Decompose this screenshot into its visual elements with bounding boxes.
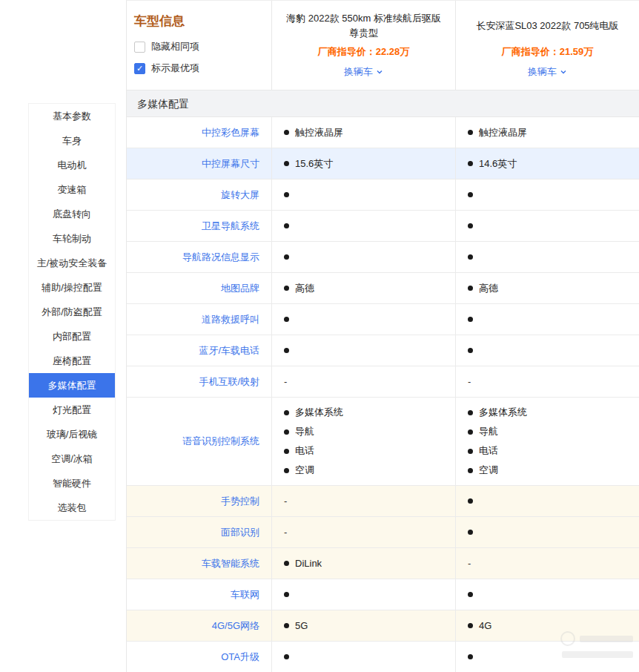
feature-line (284, 217, 451, 236)
spec-value-car1 (271, 642, 455, 672)
spec-value-car2 (455, 304, 639, 335)
spec-row: 车载智能系统DiLink- (127, 548, 639, 579)
car-2-change-label: 换辆车 (528, 65, 557, 79)
spec-label[interactable]: 面部识别 (127, 517, 271, 547)
bullet-dot-icon (468, 317, 473, 322)
spec-value-car1: - (271, 486, 455, 516)
bullet-dot-icon (468, 223, 473, 228)
feature-text: 电话 (479, 444, 498, 458)
spec-value-car2 (455, 242, 639, 272)
feature-line: 触控液晶屏 (468, 123, 635, 142)
bullet-dot-icon (284, 130, 289, 135)
car-2-price: 厂商指导价：21.59万 (502, 45, 594, 59)
sidebar-item-link[interactable]: 变速箱 (29, 177, 115, 202)
spec-value-car1 (271, 211, 455, 241)
bullet-dot-icon (284, 410, 289, 415)
spec-label[interactable]: 4G/5G网络 (127, 610, 271, 641)
spec-label[interactable]: 地图品牌 (127, 273, 271, 303)
feature-line: 5G (284, 616, 451, 636)
feature-line: 14.6英寸 (468, 154, 635, 174)
bullet-dot-icon (284, 654, 289, 659)
sidebar-item-link[interactable]: 智能硬件 (29, 471, 115, 495)
spec-row: 车联网 (127, 579, 639, 610)
sidebar-item-link[interactable]: 空调/冰箱 (29, 447, 115, 471)
feature-line: 触控液晶屏 (284, 123, 451, 142)
spec-value-car1 (271, 335, 455, 366)
spec-label[interactable]: 蓝牙/车载电话 (127, 335, 271, 366)
spec-label[interactable]: 手势控制 (127, 486, 271, 516)
feature-line (468, 217, 635, 236)
sidebar-item-link[interactable]: 外部/防盗配置 (29, 300, 115, 324)
sidebar-item-link[interactable]: 灯光配置 (29, 398, 115, 422)
mark-best-checkbox[interactable]: 标示最优项 (134, 62, 271, 75)
spec-label[interactable]: 车载智能系统 (127, 548, 271, 579)
spec-value-car1: - (271, 366, 455, 397)
sidebar-item-link[interactable]: 底盘转向 (29, 202, 115, 226)
feature-text: 触控液晶屏 (295, 126, 343, 139)
bullet-dot-icon (468, 449, 473, 454)
hide-same-checkbox[interactable]: 隐藏相同项 (134, 40, 271, 53)
watermark-logo-icon (560, 631, 575, 646)
spec-label[interactable]: 语音识别控制系统 (127, 398, 271, 485)
not-available-dash: - (284, 527, 451, 538)
spec-row: 中控彩色屏幕触控液晶屏触控液晶屏 (127, 117, 639, 148)
feature-line: 空调 (468, 461, 635, 480)
sidebar-item-link[interactable]: 车轮制动 (29, 226, 115, 251)
feature-text: DiLink (295, 558, 322, 569)
feature-text: 空调 (295, 464, 314, 477)
sidebar-item-active[interactable]: 多媒体配置 (29, 373, 115, 398)
feature-line (284, 341, 451, 360)
page-title: 车型信息 (134, 13, 271, 30)
feature-line: 多媒体系统 (284, 403, 451, 422)
feature-line: 导航 (468, 422, 635, 441)
car-1-price-label: 厂商指导价： (318, 46, 376, 57)
spec-label[interactable]: 手机互联/映射 (127, 366, 271, 397)
bullet-dot-icon (468, 530, 473, 535)
sidebar: 基本参数车身电动机变速箱底盘转向车轮制动主/被动安全装备辅助/操控配置外部/防盗… (28, 103, 116, 521)
sidebar-item-link[interactable]: 辅助/操控配置 (29, 275, 115, 300)
bullet-dot-icon (284, 561, 289, 566)
table-header: 车型信息 隐藏相同项 标示最优项 海豹 2022款 550km 标准续航后驱版尊… (127, 1, 639, 90)
checkbox-unchecked-icon[interactable] (134, 42, 145, 53)
checkbox-checked-icon[interactable] (134, 63, 145, 74)
sidebar-item-link[interactable]: 电动机 (29, 153, 115, 177)
spec-label[interactable]: 导航路况信息显示 (127, 242, 271, 272)
feature-line: 高德 (468, 279, 635, 298)
not-available-dash: - (468, 558, 635, 569)
car-1-price: 厂商指导价：22.28万 (318, 45, 410, 59)
spec-value-car2 (455, 211, 639, 241)
spec-value-car1: - (271, 517, 455, 547)
spec-row: 旋转大屏 (127, 179, 639, 211)
sidebar-item-link[interactable]: 玻璃/后视镜 (29, 422, 115, 447)
sidebar-item-link[interactable]: 基本参数 (29, 104, 115, 128)
sidebar-item-link[interactable]: 座椅配置 (29, 349, 115, 373)
spec-label[interactable]: 旋转大屏 (127, 179, 271, 210)
spec-label[interactable]: 道路救援呼叫 (127, 304, 271, 335)
spec-label[interactable]: 中控彩色屏幕 (127, 117, 271, 148)
spec-row: 卫星导航系统 (127, 211, 639, 242)
spec-value-car2 (455, 486, 639, 516)
sidebar-item-link[interactable]: 内部配置 (29, 324, 115, 349)
sidebar-item-link[interactable]: 主/被动安全装备 (29, 251, 115, 275)
spec-label[interactable]: 中控屏幕尺寸 (127, 148, 271, 179)
bullet-dot-icon (468, 429, 473, 435)
sidebar-item-link[interactable]: 车身 (29, 128, 115, 153)
car-2-change-button[interactable]: 换辆车 (528, 65, 567, 79)
bullet-dot-icon (284, 449, 289, 454)
feature-text: 多媒体系统 (295, 406, 343, 419)
spec-value-car1: 15.6英寸 (271, 148, 455, 179)
page: 基本参数车身电动机变速箱底盘转向车轮制动主/被动安全装备辅助/操控配置外部/防盗… (0, 0, 639, 672)
spec-label[interactable]: OTA升级 (127, 642, 271, 672)
sidebar-item-link[interactable]: 选装包 (29, 495, 115, 520)
bullet-dot-icon (284, 161, 289, 166)
spec-label[interactable]: 卫星导航系统 (127, 211, 271, 241)
spec-value-car2: 14.6英寸 (455, 148, 639, 179)
feature-text: 14.6英寸 (479, 157, 517, 171)
feature-line: 多媒体系统 (468, 403, 635, 422)
car-1-change-button[interactable]: 换辆车 (344, 65, 383, 79)
feature-line (284, 248, 451, 267)
spec-label[interactable]: 车联网 (127, 579, 271, 610)
spec-row: 面部识别- (127, 517, 639, 548)
mark-best-label: 标示最优项 (151, 62, 199, 75)
not-available-dash: - (284, 495, 451, 507)
